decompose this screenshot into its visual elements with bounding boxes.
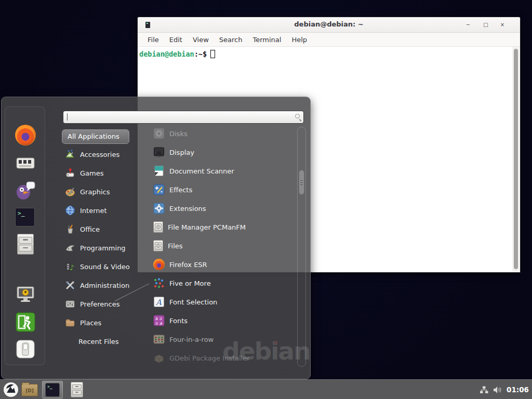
app-label: Document Scanner: [169, 167, 234, 175]
app-item-display[interactable]: Display: [146, 143, 295, 162]
menu-edit[interactable]: Edit: [164, 34, 188, 46]
firefox-icon: [15, 125, 36, 145]
app-item-firefox-esr[interactable]: Firefox ESR: [146, 255, 295, 274]
terminal-menubar: File Edit View Search Terminal Help: [138, 33, 520, 47]
maximize-button[interactable]: □: [482, 21, 490, 29]
menu-file[interactable]: File: [142, 34, 164, 46]
fonts-icon: aa aa: [153, 315, 165, 326]
terminal-scrollbar-thumb[interactable]: [514, 49, 518, 269]
category-office[interactable]: Office: [62, 220, 144, 238]
category-internet[interactable]: Internet: [62, 201, 144, 220]
terminal-cursor: [210, 50, 215, 58]
app-item-font-selection[interactable]: A Font Selection: [146, 292, 295, 311]
app-item-gdebi-package-installer[interactable]: GDebi Package Installer: [146, 349, 295, 367]
folder-badge: [D]: [22, 388, 37, 393]
category-accessories[interactable]: Accessories: [62, 145, 144, 164]
app-list-scrollbar-thumb[interactable]: [299, 170, 304, 195]
svg-text:a: a: [155, 321, 158, 326]
volume-icon[interactable]: [493, 386, 502, 394]
category-label: Sound & Video: [80, 263, 130, 271]
terminal-icon: >_: [45, 383, 60, 397]
file-cabinet-icon: [153, 240, 163, 251]
file-manager-launcher[interactable]: [D]: [21, 383, 38, 396]
app-label: Five or More: [169, 280, 211, 287]
internet-icon: [65, 205, 75, 216]
network-icon[interactable]: [480, 386, 488, 394]
scrollbar-grip: [300, 182, 303, 183]
category-label: Programming: [80, 244, 126, 252]
app-item-fonts[interactable]: aa aa Fonts: [146, 311, 295, 330]
category-sound-video[interactable]: ♪ Sound & Video: [62, 257, 144, 276]
favorite-terminal-button[interactable]: >_: [15, 208, 36, 229]
file-cabinet-icon: [153, 221, 163, 233]
system-tray: 01:06: [480, 380, 529, 399]
application-menu: >_: [1, 97, 311, 379]
app-label: Display: [169, 149, 194, 156]
four-in-a-row-icon: [153, 334, 165, 345]
file-cabinet-icon: [17, 234, 34, 255]
prompt-user-host: debian@debian: [139, 50, 194, 58]
category-preferences[interactable]: Preferences: [62, 295, 144, 313]
menu-search[interactable]: Search: [214, 34, 248, 46]
display-icon: [153, 147, 165, 158]
logout-icon: [15, 312, 36, 332]
app-list-scrollbar[interactable]: [297, 127, 306, 367]
accessories-icon: [65, 149, 75, 159]
programming-icon: [65, 243, 75, 253]
app-item-disks[interactable]: Disks: [146, 124, 295, 143]
category-recent-files[interactable]: Recent Files: [62, 332, 144, 351]
category-places[interactable]: Places: [62, 313, 144, 332]
clock[interactable]: 01:06: [507, 385, 529, 394]
scrollbar-grip: [300, 180, 303, 181]
firefox-icon: [153, 259, 165, 270]
close-button[interactable]: ×: [498, 21, 507, 29]
scrollbar-grip: [300, 184, 303, 185]
category-programming[interactable]: Programming: [62, 238, 144, 257]
text-caret: [67, 113, 68, 121]
app-item-document-scanner[interactable]: Document Scanner: [146, 162, 295, 180]
favorite-firefox-button[interactable]: [15, 125, 36, 145]
search-input[interactable]: [63, 111, 304, 124]
quit-button[interactable]: [15, 339, 36, 360]
terminal-scrollbar[interactable]: [512, 47, 520, 272]
app-item-four-in-a-row[interactable]: Four-in-a-row: [146, 330, 295, 349]
app-item-files[interactable]: Files: [146, 236, 295, 255]
category-label: Administration: [80, 282, 129, 289]
graphics-icon: [65, 187, 75, 197]
logout-button[interactable]: [15, 312, 36, 332]
menu-logo-icon: [3, 382, 19, 397]
control-center-icon: [15, 154, 36, 172]
office-icon: [65, 224, 75, 234]
category-label: Places: [80, 319, 101, 327]
gdebi-icon: [153, 352, 165, 364]
app-label: Disks: [169, 130, 188, 138]
prompt-path: :~$: [194, 50, 207, 58]
lock-screen-button[interactable]: [15, 284, 36, 304]
app-item-extensions[interactable]: Extensions: [146, 199, 295, 218]
minimize-button[interactable]: −: [464, 21, 472, 29]
pidgin-icon: [15, 180, 36, 201]
disks-icon: [153, 128, 165, 139]
app-label: Font Selection: [169, 298, 217, 306]
menu-view[interactable]: View: [188, 34, 214, 46]
category-all-applications[interactable]: All Applications: [62, 129, 129, 144]
favorite-control-center-button[interactable]: [15, 154, 36, 175]
files-launcher[interactable]: [71, 382, 84, 397]
folder-icon: [D]: [21, 384, 38, 396]
favorite-file-manager-button[interactable]: [15, 234, 36, 255]
category-label: Games: [80, 169, 103, 177]
svg-text:A: A: [155, 298, 162, 307]
favorite-pidgin-button[interactable]: [15, 180, 36, 201]
terminal-titlebar[interactable]: debian@debian: ~ − □ ×: [138, 17, 520, 33]
menu-terminal[interactable]: Terminal: [247, 34, 286, 46]
app-item-file-manager-pcmanfm[interactable]: File Manager PCManFM: [146, 218, 295, 236]
taskbar-terminal-button[interactable]: >_: [42, 381, 63, 398]
app-item-five-or-more[interactable]: Five or More: [146, 274, 295, 292]
category-graphics[interactable]: Graphics: [62, 182, 144, 201]
app-item-effects[interactable]: Effects: [146, 180, 295, 199]
menu-help[interactable]: Help: [286, 34, 312, 46]
category-games[interactable]: Games: [62, 164, 144, 182]
menu-launcher-button[interactable]: [3, 382, 19, 397]
preferences-icon: [65, 299, 75, 309]
category-label: Accessories: [80, 151, 119, 158]
